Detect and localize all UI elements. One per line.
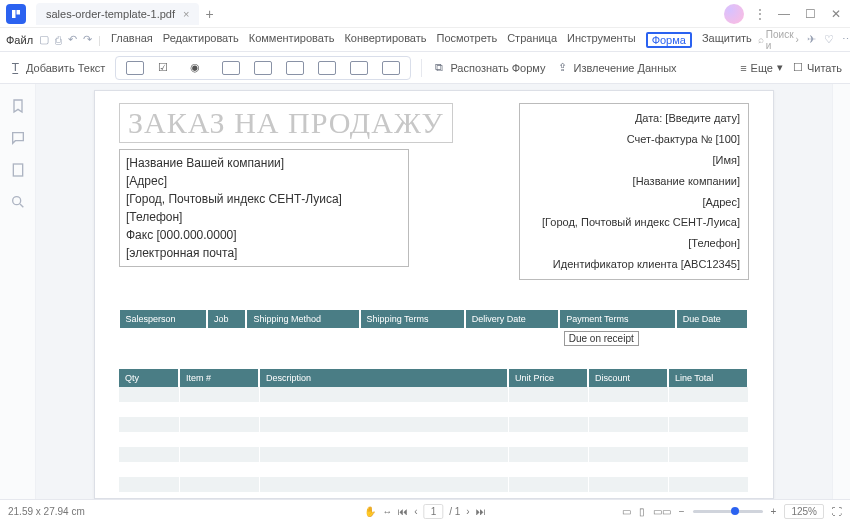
workspace: ЗАКАЗ НА ПРОДАЖУ [Название Вашей компани…: [0, 84, 850, 499]
more-label: Еще: [751, 62, 773, 74]
table-row[interactable]: [119, 387, 748, 402]
tab-home[interactable]: Главная: [111, 32, 153, 48]
th-payment: Payment Terms: [559, 310, 676, 329]
table-row[interactable]: [119, 477, 748, 492]
tab-convert[interactable]: Конвертировать: [344, 32, 426, 48]
radio-icon[interactable]: ◉: [190, 61, 208, 75]
th-duedate: Due Date: [676, 310, 748, 329]
info-line: [Город, Почтовый индекс СЕНТ-Луиса]: [528, 212, 740, 233]
info-line: [Название компании]: [528, 171, 740, 192]
table-row[interactable]: [119, 447, 748, 462]
new-tab-button[interactable]: +: [205, 6, 213, 22]
info-line: [Адрес]: [528, 192, 740, 213]
menubar: Файл ▢ ⎙ ↶ ↷ | Главная Редактировать Ком…: [0, 28, 850, 52]
tab-view[interactable]: Посмотреть: [437, 32, 498, 48]
th-job: Job: [207, 310, 247, 329]
button-field-icon[interactable]: [286, 61, 304, 75]
print-icon[interactable]: ⎙: [55, 34, 62, 46]
search-panel-icon[interactable]: [10, 194, 26, 210]
notify-icon[interactable]: ♡: [824, 33, 834, 46]
th-shipmethod: Shipping Method: [246, 310, 359, 329]
th-price: Unit Price: [508, 369, 588, 387]
maximize-button[interactable]: ☐: [802, 7, 818, 21]
page-total: / 1: [449, 506, 460, 517]
combobox-icon[interactable]: [222, 61, 240, 75]
checkbox-icon[interactable]: ☑: [158, 61, 176, 75]
file-menu[interactable]: Файл: [6, 34, 33, 46]
signature-icon[interactable]: [318, 61, 336, 75]
tab-protect[interactable]: Защитить: [702, 32, 752, 48]
redo-icon[interactable]: ↷: [83, 33, 92, 46]
canvas[interactable]: ЗАКАЗ НА ПРОДАЖУ [Название Вашей компани…: [36, 84, 832, 499]
date-field-icon[interactable]: [382, 61, 400, 75]
table-row[interactable]: Due on receipt: [120, 329, 749, 349]
fullscreen-icon[interactable]: ⛶: [832, 506, 842, 517]
thumbnail-icon[interactable]: [10, 162, 26, 178]
comment-icon[interactable]: [10, 130, 26, 146]
extract-data-button[interactable]: ⇪ Извлечение Данных: [556, 61, 677, 75]
bookmark-icon[interactable]: [10, 98, 26, 114]
tab-comment[interactable]: Комментировать: [249, 32, 335, 48]
view-facing-icon[interactable]: ▭▭: [653, 506, 671, 517]
last-page-icon[interactable]: ⏭: [476, 506, 486, 517]
th-shipterms: Shipping Terms: [360, 310, 465, 329]
left-sidebar: [0, 84, 36, 499]
page-dimensions: 21.59 x 27.94 cm: [8, 506, 85, 517]
tab-form[interactable]: Форма: [646, 32, 692, 48]
help-icon[interactable]: ⋯: [842, 33, 850, 46]
hand-tool-icon[interactable]: ✋: [364, 506, 376, 517]
company-info-box[interactable]: [Название Вашей компании] [Адрес] [Город…: [119, 149, 409, 267]
company-line: [Адрес]: [126, 172, 402, 190]
th-qty: Qty: [119, 369, 179, 387]
fit-width-icon[interactable]: ↔: [382, 506, 392, 517]
customer-info-box[interactable]: Дата: [Введите дату] Счет-фактура № [100…: [519, 103, 749, 280]
company-line: [Город, Почтовый индекс СЕНТ-Луиса]: [126, 190, 402, 208]
zoom-out-icon[interactable]: −: [679, 506, 685, 517]
prev-page-icon[interactable]: ‹: [414, 506, 417, 517]
first-page-icon[interactable]: ⏮: [398, 506, 408, 517]
svg-rect-0: [13, 164, 22, 176]
view-continuous-icon[interactable]: ▯: [639, 506, 645, 517]
assistant-icon[interactable]: [724, 4, 744, 24]
tab-edit[interactable]: Редактировать: [163, 32, 239, 48]
order-header-table: Salesperson Job Shipping Method Shipping…: [119, 310, 749, 349]
table-row[interactable]: [119, 402, 748, 417]
more-icon[interactable]: ⋮: [754, 7, 766, 21]
view-single-icon[interactable]: ▭: [622, 506, 631, 517]
doc-title[interactable]: ЗАКАЗ НА ПРОДАЖУ: [119, 103, 453, 143]
close-window-button[interactable]: ✕: [828, 7, 844, 21]
document-tab[interactable]: sales-order-template-1.pdf ×: [36, 3, 199, 25]
save-icon[interactable]: ▢: [39, 33, 49, 46]
info-line: [Имя]: [528, 150, 740, 171]
table-row[interactable]: [119, 462, 748, 477]
payment-term-field[interactable]: Due on receipt: [564, 331, 639, 346]
listbox-icon[interactable]: [254, 61, 272, 75]
undo-icon[interactable]: ↶: [68, 33, 77, 46]
right-scrollbar[interactable]: [832, 84, 850, 499]
zoom-value[interactable]: 125%: [784, 504, 824, 519]
line-items-table: Qty Item # Description Unit Price Discou…: [119, 369, 749, 492]
tab-page[interactable]: Страница: [507, 32, 557, 48]
next-page-icon[interactable]: ›: [466, 506, 469, 517]
textfield-icon[interactable]: [126, 61, 144, 75]
search-box[interactable]: ⌕ Поиск и ›: [758, 29, 799, 51]
recognize-form-button[interactable]: ⧉ Распознать Форму: [432, 61, 545, 75]
zoom-in-icon[interactable]: +: [771, 506, 777, 517]
extract-label: Извлечение Данных: [574, 62, 677, 74]
share-icon[interactable]: ✈: [807, 33, 816, 46]
more-button[interactable]: ≡ Еще ▾: [740, 61, 783, 74]
read-label: Читать: [807, 62, 842, 74]
tab-tools[interactable]: Инструменты: [567, 32, 636, 48]
text-icon: T̲: [8, 61, 22, 75]
table-row[interactable]: [119, 417, 748, 432]
zoom-slider[interactable]: [693, 510, 763, 513]
close-tab-icon[interactable]: ×: [183, 8, 189, 20]
separator: [421, 59, 422, 77]
image-field-icon[interactable]: [350, 61, 368, 75]
table-row[interactable]: [119, 432, 748, 447]
company-line: [Название Вашей компании]: [126, 154, 402, 172]
read-button[interactable]: ☐ Читать: [793, 61, 842, 74]
minimize-button[interactable]: —: [776, 7, 792, 21]
add-text-button[interactable]: T̲ Добавить Текст: [8, 61, 105, 75]
page-input[interactable]: 1: [424, 504, 444, 519]
